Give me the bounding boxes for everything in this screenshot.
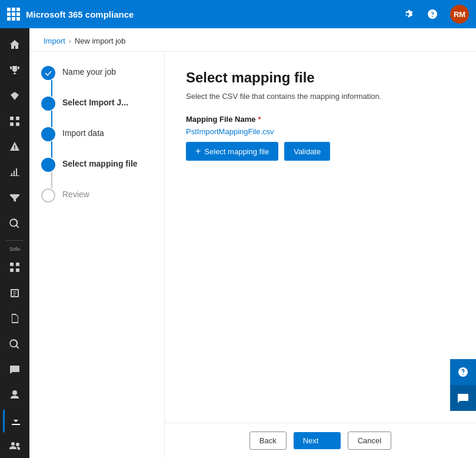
sidebar-icon-import[interactable] [3, 409, 26, 432]
help-float-button[interactable] [450, 359, 476, 385]
sidebar-icon-solutions[interactable] [3, 255, 26, 278]
step-circle-4 [41, 158, 55, 172]
content-description: Select the CSV file that contains the ma… [186, 92, 455, 101]
sidebar-icon-chat[interactable] [3, 358, 26, 381]
next-button[interactable]: Next [294, 432, 341, 449]
breadcrumb-current: New import job [75, 36, 126, 45]
help-icon[interactable] [425, 7, 440, 21]
sidebar: Solu [0, 28, 29, 458]
settings-icon[interactable] [401, 7, 415, 21]
user-avatar[interactable]: RM [450, 5, 469, 24]
step-label-5: Review [62, 188, 89, 199]
sidebar-icon-diamond[interactable] [3, 84, 26, 107]
step-label-4: Select mapping file [62, 158, 138, 168]
topbar: Microsoft 365 compliance RM [0, 0, 476, 28]
svg-rect-4 [10, 263, 14, 266]
back-button[interactable]: Back [249, 432, 287, 450]
sidebar-icon-people[interactable] [3, 435, 26, 458]
required-star: * [258, 115, 261, 124]
sidebar-icon-home[interactable] [3, 33, 26, 56]
action-buttons: + Select mapping file Validate [186, 142, 455, 161]
main-content: Import › New import job Name your job [29, 28, 476, 458]
field-label-mapping: Mapping File Name * [186, 115, 455, 124]
sidebar-icon-user[interactable] [3, 384, 26, 407]
sidebar-icon-chart[interactable] [3, 161, 26, 184]
svg-rect-1 [16, 117, 19, 120]
step-label-2: Select Import J... [62, 97, 128, 107]
svg-rect-2 [10, 122, 14, 126]
wizard-area: Name your job Select Import J... [29, 52, 476, 458]
breadcrumb: Import › New import job [29, 28, 476, 52]
sidebar-icon-grid[interactable] [3, 109, 26, 132]
step-label-1: Name your job [62, 66, 116, 77]
float-buttons [450, 359, 476, 411]
sidebar-icon-filter[interactable] [3, 187, 26, 210]
step-select-mapping: Select mapping file [41, 158, 152, 188]
step-circle-5 [41, 188, 55, 203]
step-label-3: Import data [62, 127, 104, 138]
breadcrumb-import[interactable]: Import [44, 36, 65, 45]
main-layout: Solu [0, 28, 476, 458]
step-connector-3 [51, 141, 52, 158]
step-import-data: Import data [41, 127, 152, 158]
sidebar-icon-search[interactable] [3, 212, 26, 235]
step-circle-2 [41, 97, 55, 111]
breadcrumb-separator: › [69, 37, 71, 45]
file-name-link[interactable]: PstImportMappingFile.csv [186, 127, 455, 136]
sidebar-divider [6, 240, 24, 241]
page-title: Select mapping file [186, 69, 455, 86]
sidebar-icon-search2[interactable] [3, 333, 26, 356]
sidebar-icon-document[interactable] [3, 307, 26, 330]
svg-rect-3 [16, 122, 19, 126]
validate-button[interactable]: Validate [284, 142, 330, 161]
sidebar-icon-trophy[interactable] [3, 58, 26, 81]
steps-panel: Name your job Select Import J... [29, 52, 165, 458]
topbar-icons: RM [401, 5, 469, 24]
step-circle-1 [41, 66, 55, 80]
svg-rect-7 [16, 268, 19, 272]
svg-rect-5 [16, 263, 19, 266]
step-select-import: Select Import J... [41, 97, 152, 127]
message-float-button[interactable] [450, 385, 476, 411]
sidebar-icon-catalog[interactable] [3, 281, 26, 304]
cancel-button[interactable]: Cancel [348, 432, 391, 450]
sidebar-section-label: Solu [9, 245, 20, 253]
step-circle-3 [41, 127, 55, 141]
step-connector-4 [51, 172, 52, 188]
svg-rect-6 [10, 268, 14, 272]
wizard-footer: Back Next Cancel [165, 423, 476, 458]
content-panel: Select mapping file Select the CSV file … [165, 52, 476, 423]
svg-rect-0 [10, 117, 14, 120]
step-review: Review [41, 188, 152, 203]
waffle-button[interactable] [7, 8, 20, 21]
sidebar-icon-alert[interactable] [3, 135, 26, 158]
step-name-job: Name your job [41, 66, 152, 97]
step-connector-1 [51, 80, 52, 97]
plus-icon: + [195, 146, 201, 157]
step-connector-2 [51, 111, 52, 127]
app-title: Microsoft 365 compliance [26, 9, 395, 19]
select-mapping-file-button[interactable]: + Select mapping file [186, 142, 278, 161]
